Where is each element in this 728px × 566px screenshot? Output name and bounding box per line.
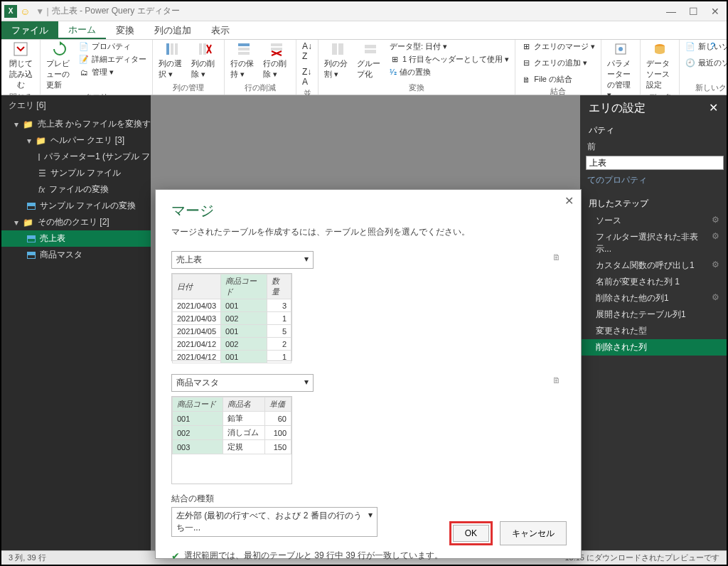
remove-rows-button[interactable]: 行の削除 ▾: [263, 41, 290, 80]
excel-icon: X: [4, 5, 17, 18]
menu-bar: ファイル ホーム 変換 列の追加 表示 ?: [1, 21, 727, 40]
svg-rect-11: [332, 43, 337, 55]
chevron-down-icon: ▾: [304, 254, 309, 266]
applied-step[interactable]: 名前が変更された列 1: [580, 274, 727, 290]
merge-queries-button[interactable]: ⊞クエリのマージ ▾: [521, 41, 595, 52]
datasource-settings-button[interactable]: データ ソース設定: [646, 41, 673, 90]
query-name-input[interactable]: [586, 156, 724, 170]
ok-highlight: OK: [449, 521, 493, 545]
table1-select[interactable]: 売上表▾: [171, 251, 314, 269]
svg-rect-0: [14, 43, 27, 55]
maximize-icon[interactable]: ☐: [689, 6, 698, 17]
properties-section-label: パティ: [580, 122, 727, 139]
close-load-label: 閉じて読み込む: [7, 58, 34, 90]
applied-step[interactable]: 削除された列: [580, 339, 727, 356]
keep-rows-button[interactable]: 行の保持 ▾: [230, 41, 257, 80]
groupby-button[interactable]: グループ化: [357, 41, 384, 80]
query-item[interactable]: fx ファイルの変換: [1, 181, 151, 198]
select-columns-button[interactable]: 列の選択 ▾: [159, 41, 186, 80]
tab-home[interactable]: ホーム: [58, 21, 106, 39]
title-sep: ▼ |: [36, 6, 48, 16]
query-item[interactable]: ▾ 📁 売上表 からファイルを変換す...: [1, 116, 151, 132]
svg-point-16: [619, 47, 623, 51]
status-right: 13:15 にダウンロードされたプレビューです: [564, 552, 719, 563]
group-cols-label: 列の管理: [159, 81, 218, 93]
applied-step[interactable]: 展開されたテーブル列1: [580, 306, 727, 323]
close-icon[interactable]: ✕: [711, 6, 719, 17]
dialog-title: マージ: [171, 201, 565, 220]
svg-rect-10: [271, 48, 282, 50]
applied-step[interactable]: カスタム関数の呼び出し1⚙: [580, 257, 727, 274]
gear-icon[interactable]: ⚙: [712, 292, 719, 304]
sheet-icon[interactable]: 🗎: [552, 375, 561, 385]
help-icon[interactable]: ?: [710, 41, 721, 51]
chevron-down-icon: ▾: [304, 377, 309, 389]
refresh-preview-button[interactable]: プレビューの更新: [46, 41, 73, 90]
sort-desc-button[interactable]: Z↓A: [302, 67, 311, 87]
ok-button[interactable]: OK: [453, 525, 489, 542]
join-kind-label: 結合の種類: [171, 493, 214, 503]
first-row-header-button[interactable]: ⊞1 行目をヘッダーとして使用 ▾: [390, 54, 509, 65]
query-item[interactable]: パラメーター1 (サンプル フ..: [1, 149, 151, 165]
group-transform-label: 変換: [324, 81, 509, 93]
tab-transform[interactable]: 変換: [106, 21, 144, 39]
query-item[interactable]: ▾ 📁 ヘルパー クエリ [3]: [1, 132, 151, 149]
group-rows-label: 行の削減: [230, 81, 290, 93]
sheet-icon[interactable]: 🗎: [552, 252, 561, 262]
manage-button[interactable]: 🗂管理 ▾: [79, 67, 146, 78]
datatype-button[interactable]: データ型: 日付 ▾: [390, 41, 509, 52]
title-bar: X ☺ ▼ | 売上表 - Power Query エディター — ☐ ✕: [1, 1, 727, 21]
tab-addcolumn[interactable]: 列の追加: [144, 21, 201, 39]
gear-icon[interactable]: ⚙: [712, 260, 719, 272]
svg-rect-6: [238, 43, 250, 46]
refresh-label: プレビューの更新: [46, 58, 73, 90]
table2-preview[interactable]: 商品コード商品名単価001鉛筆60002消しゴム100003定規150: [171, 396, 292, 484]
ribbon: 閉じて読み込む 閉じる プレビューの更新 📄プロパティ 📝詳細エディター 🗂管理…: [1, 40, 727, 95]
query-item[interactable]: 売上表: [1, 230, 151, 247]
join-kind-select[interactable]: 左外部 (最初の行すべて、および 2 番目の行のうち一...▾: [171, 507, 378, 537]
queries-header: クエリ [6]: [1, 95, 151, 116]
manage-params-button[interactable]: パラメーターの管理 ▾: [607, 41, 634, 100]
query-item[interactable]: ☰ サンプル ファイル: [1, 165, 151, 181]
status-left: 3 列, 39 行: [9, 552, 46, 563]
queries-pane: クエリ [6] ▾ 📁 売上表 からファイルを変換す...▾ 📁 ヘルパー クエ…: [1, 95, 151, 550]
svg-rect-13: [365, 45, 376, 48]
split-column-button[interactable]: 列の分割 ▾: [324, 41, 351, 80]
query-item[interactable]: ▾ 📁 その他のクエリ [2]: [1, 214, 151, 230]
queries-tree: ▾ 📁 売上表 からファイルを変換す...▾ 📁 ヘルパー クエリ [3] パラ…: [1, 116, 151, 263]
query-item[interactable]: サンプル ファイルの変換: [1, 198, 151, 214]
check-icon: ✔: [171, 550, 180, 562]
applied-step[interactable]: ソース⚙: [580, 213, 727, 229]
new-source-button[interactable]: 📄新しいソース ▾: [685, 41, 728, 52]
append-queries-button[interactable]: ⊟クエリの追加 ▾: [521, 58, 587, 68]
cancel-button[interactable]: キャンセル: [500, 521, 567, 545]
tab-file[interactable]: ファイル: [1, 21, 58, 39]
applied-step[interactable]: フィルター選択された非表示...⚙: [580, 229, 727, 257]
minimize-icon[interactable]: —: [666, 6, 676, 17]
svg-rect-12: [338, 43, 343, 55]
settings-close-icon[interactable]: ✕: [709, 101, 718, 116]
window-title: 売上表 - Power Query エディター: [52, 5, 180, 17]
tab-view[interactable]: 表示: [201, 21, 240, 39]
gear-icon[interactable]: ⚙: [712, 215, 719, 227]
gear-icon[interactable]: ⚙: [712, 231, 719, 255]
dialog-close-icon[interactable]: ✕: [564, 194, 574, 208]
svg-rect-3: [175, 43, 178, 55]
table1-preview[interactable]: 日付商品コード数量2021/04/0300132021/04/030021202…: [171, 273, 292, 361]
query-item[interactable]: 商品マスタ: [1, 247, 151, 263]
combine-files-button[interactable]: 🗎File の結合: [521, 74, 572, 85]
advanced-editor-button[interactable]: 📝詳細エディター: [79, 54, 146, 65]
group-newq-label: 新しいクエリ: [685, 81, 728, 93]
close-load-button[interactable]: 閉じて読み込む: [7, 41, 34, 90]
applied-step[interactable]: 削除された他の列1⚙: [580, 290, 727, 306]
replace-values-button[interactable]: ¹⁄₂値の置換: [390, 67, 509, 78]
all-properties-link[interactable]: てのプロパティ: [580, 171, 727, 189]
properties-button[interactable]: 📄プロパティ: [79, 41, 146, 52]
applied-step[interactable]: 変更された型: [580, 323, 727, 339]
table2-select[interactable]: 商品マスタ▾: [171, 374, 314, 392]
remove-columns-button[interactable]: 列の削除 ▾: [191, 41, 218, 80]
merge-dialog: ✕ マージ マージされたテーブルを作成するには、テーブルと照合列を選んでください…: [155, 189, 582, 559]
match-status: 選択範囲では、最初のテーブルと 39 行中 39 行が一致しています。: [184, 550, 443, 562]
sort-asc-button[interactable]: A↓Z: [302, 41, 312, 61]
recent-sources-button[interactable]: 🕘最近のソース ▾: [685, 58, 728, 68]
